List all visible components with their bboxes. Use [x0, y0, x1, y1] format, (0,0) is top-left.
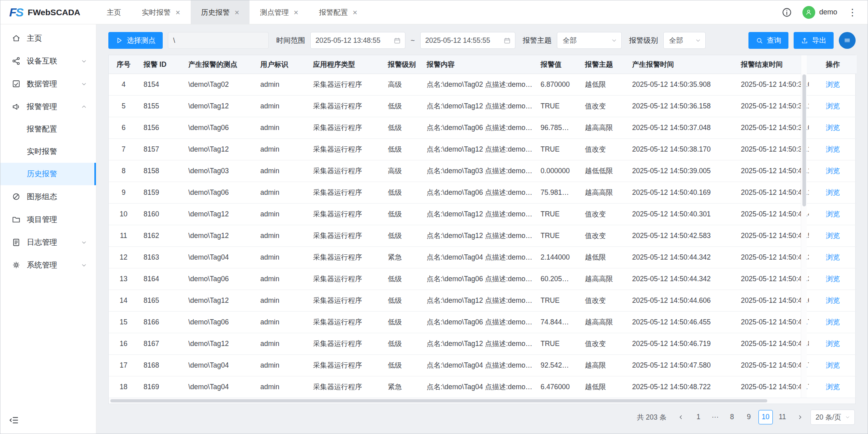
time-to-input[interactable]: [420, 32, 515, 49]
page-size-select[interactable]: 20 条/页: [810, 410, 855, 425]
hamburger-icon: [843, 36, 851, 44]
browse-link[interactable]: 浏览: [826, 275, 840, 283]
cell-topic: 越低低限: [580, 160, 627, 182]
page-button-9[interactable]: 9: [742, 410, 756, 424]
browse-link[interactable]: 浏览: [826, 253, 840, 261]
sidebar-subitem-历史报警[interactable]: 历史报警: [0, 163, 96, 185]
browse-link[interactable]: 浏览: [826, 124, 840, 132]
cell-end_time: 2025-05-12 14:50:45.3: [736, 268, 809, 290]
alarm-topic-select[interactable]: 全部: [557, 32, 622, 49]
sidebar-item-主页[interactable]: 主页: [0, 27, 96, 50]
tab-历史报警[interactable]: 历史报警×: [191, 0, 250, 24]
browse-link[interactable]: 浏览: [826, 145, 840, 153]
cell-topic: 值改变: [580, 203, 627, 225]
column-header-level: 报警级别: [383, 55, 421, 74]
time-from-value[interactable]: [315, 36, 390, 45]
cell-content: 点名:\demo\Tag06 点描述:demo…: [421, 182, 535, 203]
tab-close-icon[interactable]: ×: [293, 8, 298, 16]
page-button-8[interactable]: 8: [725, 410, 739, 424]
page-button-11[interactable]: 11: [775, 410, 790, 424]
vertical-scrollbar[interactable]: [801, 55, 807, 398]
cell-index: 11: [109, 225, 138, 246]
page-ellipsis[interactable]: ···: [708, 410, 722, 424]
sidebar-item-数据管理[interactable]: 数据管理: [0, 72, 96, 95]
alarm-table-card: 序号报警 ID产生报警的测点用户标识应用程序类型报警级别报警内容报警值报警主题产…: [108, 55, 856, 404]
pointer-icon: [116, 37, 123, 44]
user-menu[interactable]: demo: [802, 6, 837, 19]
cell-value: 75.981…: [535, 182, 580, 203]
query-button[interactable]: 查询: [748, 32, 788, 49]
browse-link[interactable]: 浏览: [826, 296, 840, 304]
tab-测点管理[interactable]: 测点管理×: [249, 0, 309, 24]
tab-实时报警[interactable]: 实时报警×: [132, 0, 191, 24]
browse-link[interactable]: 浏览: [826, 232, 840, 240]
browse-link[interactable]: 浏览: [826, 102, 840, 110]
cell-content: 点名:\demo\Tag06 点描述:demo…: [421, 117, 535, 138]
browse-link[interactable]: 浏览: [826, 383, 840, 391]
cell-user: admin: [255, 333, 308, 354]
time-to-value[interactable]: [425, 36, 500, 45]
next-page-button[interactable]: [793, 410, 807, 424]
cell-alarm_id: 8156: [138, 117, 183, 138]
cell-start_time: 2025-05-12 14:50:40.301: [627, 203, 736, 225]
browse-link[interactable]: 浏览: [826, 188, 840, 196]
sidebar-subitem-报警配置[interactable]: 报警配置: [0, 118, 96, 140]
browse-link[interactable]: 浏览: [826, 318, 840, 326]
cell-start_time: 2025-05-12 14:50:46.719: [627, 333, 736, 354]
export-button[interactable]: 导出: [794, 32, 834, 49]
points-input[interactable]: [168, 32, 269, 49]
horizontal-scrollbar-thumb[interactable]: [110, 399, 767, 402]
select-points-button[interactable]: 选择测点: [108, 32, 163, 49]
horizontal-scrollbar[interactable]: [109, 398, 855, 404]
sidebar-item-系统管理[interactable]: 系统管理: [0, 254, 96, 276]
kebab-menu-icon[interactable]: ⋮: [848, 8, 857, 17]
cell-user: admin: [255, 246, 308, 268]
sidebar-item-日志管理[interactable]: 日志管理: [0, 231, 96, 254]
cell-topic: 越低限: [580, 74, 627, 95]
username: demo: [819, 8, 837, 16]
column-header-action: 操作: [809, 55, 857, 74]
cell-user: admin: [255, 376, 308, 398]
cell-point: \demo\Tag12: [183, 290, 255, 311]
cell-topic: 值改变: [580, 333, 627, 354]
history-alarm-page: 选择测点 时间范围 ~ 报警主题 全部 报警级别 全部: [96, 24, 868, 434]
cell-start_time: 2025-05-12 14:50:44.606: [627, 290, 736, 311]
sidebar-subitem-实时报警[interactable]: 实时报警: [0, 140, 96, 163]
tab-close-icon[interactable]: ×: [353, 8, 357, 16]
cell-topic: 值改变: [580, 95, 627, 117]
page-button-10[interactable]: 10: [758, 410, 773, 424]
sidebar-item-报警管理[interactable]: 报警管理: [0, 95, 96, 118]
cell-level: 高级: [383, 160, 421, 182]
column-header-point: 产生报警的测点: [183, 55, 255, 74]
sidebar-item-项目管理[interactable]: 项目管理: [0, 208, 96, 231]
tab-close-icon[interactable]: ×: [176, 8, 180, 16]
tab-bar: 主页实时报警×历史报警×测点管理×报警配置×: [96, 0, 368, 24]
vertical-scrollbar-thumb[interactable]: [802, 74, 806, 206]
column-settings-button[interactable]: [839, 32, 856, 49]
cell-user: admin: [255, 290, 308, 311]
tab-主页[interactable]: 主页: [96, 0, 132, 24]
collapse-sidebar-icon[interactable]: [8, 415, 19, 426]
page-button-1[interactable]: 1: [691, 410, 706, 424]
cell-alarm_id: 8160: [138, 203, 183, 225]
browse-link[interactable]: 浏览: [826, 361, 840, 369]
browse-link[interactable]: 浏览: [826, 340, 840, 348]
browse-link[interactable]: 浏览: [826, 80, 840, 88]
prev-page-button[interactable]: [674, 410, 688, 424]
chevron-left-icon: [678, 414, 684, 420]
cell-index: 5: [109, 95, 138, 117]
chevron-down-icon: [81, 58, 87, 64]
tab-报警配置[interactable]: 报警配置×: [309, 0, 368, 24]
cell-value: 92.542…: [535, 354, 580, 376]
time-from-input[interactable]: [310, 32, 405, 49]
sidebar-item-设备互联[interactable]: 设备互联: [0, 50, 96, 72]
tab-label: 测点管理: [260, 8, 289, 17]
tab-close-icon[interactable]: ×: [235, 8, 239, 16]
browse-link[interactable]: 浏览: [826, 167, 840, 175]
info-icon[interactable]: [782, 7, 792, 18]
alarm-level-select[interactable]: 全部: [663, 32, 706, 49]
browse-link[interactable]: 浏览: [826, 210, 840, 218]
chevron-up-icon: [81, 104, 87, 110]
cell-app_type: 采集器运行程序: [308, 376, 383, 398]
sidebar-item-图形组态[interactable]: 图形组态: [0, 185, 96, 208]
